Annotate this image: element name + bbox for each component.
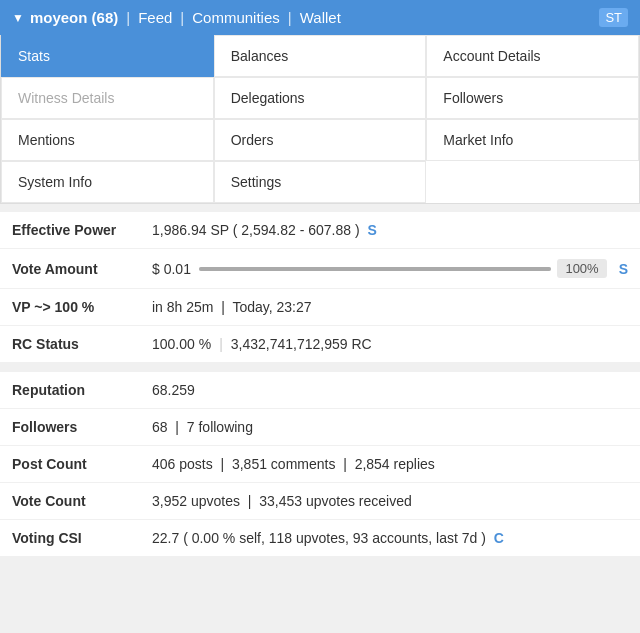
slider-track[interactable] xyxy=(199,267,551,271)
rc-sep: | xyxy=(219,336,223,352)
vote-amount-label: Vote Amount xyxy=(0,249,140,289)
rc-status-row: RC Status 100.00 % | 3,432,741,712,959 R… xyxy=(0,326,640,363)
rc-cell: 100.00 % | 3,432,741,712,959 RC xyxy=(140,326,640,363)
rc-value: 3,432,741,712,959 RC xyxy=(231,336,372,352)
nav-settings[interactable]: Settings xyxy=(214,161,427,203)
separator-1: | xyxy=(126,9,130,26)
voting-csi-row: Voting CSI 22.7 ( 0.00 % self, 118 upvot… xyxy=(0,520,640,557)
rc-label: RC Status xyxy=(0,326,140,363)
reputation-label: Reputation xyxy=(0,372,140,409)
voting-csi-value: 22.7 ( 0.00 % self, 118 upvotes, 93 acco… xyxy=(152,530,486,546)
vote-pct-badge: 100% xyxy=(557,259,606,278)
nav-orders[interactable]: Orders xyxy=(214,119,427,161)
nav-stats[interactable]: Stats xyxy=(1,35,214,77)
effective-power-row: Effective Power 1,986.94 SP ( 2,594.82 -… xyxy=(0,212,640,249)
following-count: 7 following xyxy=(187,419,253,435)
separator-3: | xyxy=(288,9,292,26)
vote-amount-side-btn[interactable]: S xyxy=(615,261,628,277)
vote-count-row: Vote Count 3,952 upvotes | 33,453 upvote… xyxy=(0,483,640,520)
stats-table: Effective Power 1,986.94 SP ( 2,594.82 -… xyxy=(0,212,640,556)
reputation-row: Reputation 68.259 xyxy=(0,372,640,409)
wallet-link[interactable]: Wallet xyxy=(300,9,341,26)
vp-time: Today, 23:27 xyxy=(232,299,311,315)
nav-balances[interactable]: Balances xyxy=(214,35,427,77)
stats-section: Effective Power 1,986.94 SP ( 2,594.82 -… xyxy=(0,212,640,556)
divider-cell-1 xyxy=(0,363,640,372)
rc-pct: 100.00 % xyxy=(152,336,211,352)
post-count-posts: 406 posts xyxy=(152,456,213,472)
effective-power-side-btn[interactable]: S xyxy=(363,222,376,238)
vote-amount-cell: $ 0.01 100% S xyxy=(140,249,640,289)
reputation-value: 68.259 xyxy=(140,372,640,409)
followers-count: 68 xyxy=(152,419,168,435)
slider-fill xyxy=(199,267,551,271)
vp-sep: | xyxy=(221,299,225,315)
nav-grid: Stats Balances Account Details Witness D… xyxy=(0,35,640,204)
post-count-replies: 2,854 replies xyxy=(355,456,435,472)
username: moyeon (68) xyxy=(30,9,118,26)
vote-slider-container: 100% xyxy=(199,259,607,278)
vote-count-sep: | xyxy=(248,493,252,509)
vote-amount-row: Vote Amount $ 0.01 100% S xyxy=(0,249,640,289)
feed-link[interactable]: Feed xyxy=(138,9,172,26)
post-count-sep2: | xyxy=(343,456,347,472)
followers-value-cell: 68 | 7 following xyxy=(140,409,640,446)
voting-csi-side-btn[interactable]: C xyxy=(490,530,504,546)
st-button[interactable]: ST xyxy=(599,8,628,27)
vote-amount-prefix: $ 0.01 xyxy=(152,261,191,277)
vote-count-cell: 3,952 upvotes | 33,453 upvotes received xyxy=(140,483,640,520)
vp-value-cell: in 8h 25m | Today, 23:27 xyxy=(140,289,640,326)
voting-csi-label: Voting CSI xyxy=(0,520,140,557)
communities-link[interactable]: Communities xyxy=(192,9,280,26)
followers-sep: | xyxy=(175,419,179,435)
voting-csi-cell: 22.7 ( 0.00 % self, 118 upvotes, 93 acco… xyxy=(140,520,640,557)
nav-mentions[interactable]: Mentions xyxy=(1,119,214,161)
nav-followers[interactable]: Followers xyxy=(426,77,639,119)
vote-count-received: 33,453 upvotes received xyxy=(259,493,412,509)
vote-count-label: Vote Count xyxy=(0,483,140,520)
chevron-icon: ▼ xyxy=(12,11,24,25)
nav-market-info[interactable]: Market Info xyxy=(426,119,639,161)
nav-empty xyxy=(426,161,639,203)
header: ▼ moyeon (68) | Feed | Communities | Wal… xyxy=(0,0,640,35)
vote-count-upvotes: 3,952 upvotes xyxy=(152,493,240,509)
followers-row: Followers 68 | 7 following xyxy=(0,409,640,446)
nav-account-details[interactable]: Account Details xyxy=(426,35,639,77)
vp-value: in 8h 25m xyxy=(152,299,213,315)
effective-power-value: 1,986.94 SP ( 2,594.82 - 607.88 ) S xyxy=(140,212,640,249)
post-count-label: Post Count xyxy=(0,446,140,483)
divider-row-1 xyxy=(0,363,640,372)
post-count-cell: 406 posts | 3,851 comments | 2,854 repli… xyxy=(140,446,640,483)
vp-label: VP ~> 100 % xyxy=(0,289,140,326)
separator-2: | xyxy=(180,9,184,26)
effective-power-label: Effective Power xyxy=(0,212,140,249)
nav-witness-details: Witness Details xyxy=(1,77,214,119)
post-count-row: Post Count 406 posts | 3,851 comments | … xyxy=(0,446,640,483)
post-count-sep1: | xyxy=(221,456,225,472)
nav-delegations[interactable]: Delegations xyxy=(214,77,427,119)
followers-label: Followers xyxy=(0,409,140,446)
vp-row: VP ~> 100 % in 8h 25m | Today, 23:27 xyxy=(0,289,640,326)
post-count-comments: 3,851 comments xyxy=(232,456,336,472)
nav-system-info[interactable]: System Info xyxy=(1,161,214,203)
